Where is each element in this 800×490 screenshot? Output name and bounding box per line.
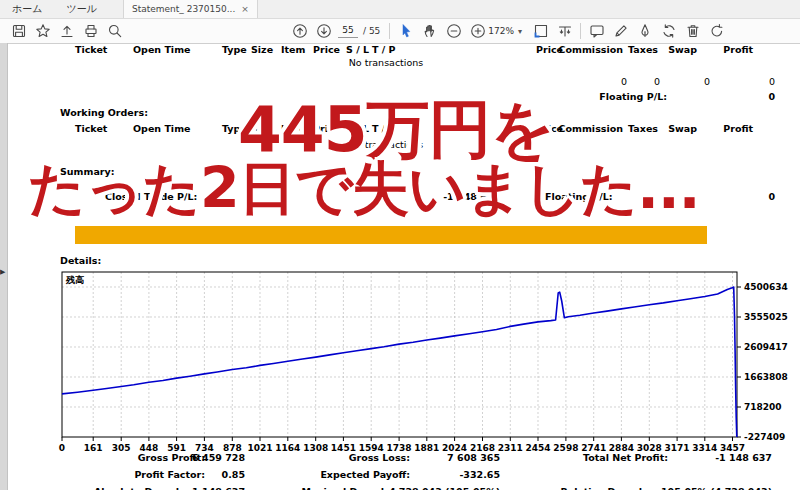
cycle-icon[interactable] (660, 23, 677, 40)
hand-icon[interactable] (421, 23, 438, 40)
highlight-bar (75, 226, 707, 244)
page-number-input[interactable]: 55 (338, 24, 358, 38)
nav-pane-strip (0, 43, 8, 490)
tab-bar: ホーム ツール Statement_ 2370150... × (0, 0, 800, 19)
column-header: Type (222, 44, 247, 55)
column-header: Open Time (133, 44, 190, 55)
page-up-icon[interactable] (291, 23, 308, 40)
trash-icon[interactable] (684, 23, 701, 40)
y-tick-label: 3555025 (744, 312, 788, 322)
overlay-headline-line1: 445万円を (238, 98, 554, 161)
column-header: Ticket (75, 123, 107, 134)
column-header: Ticket (75, 44, 107, 55)
y-tick-label: 718200 (744, 402, 782, 412)
zoom-out-icon[interactable] (445, 23, 462, 40)
balance-chart: 4500634355502526094171663808718200-22740… (55, 266, 800, 461)
zoom-level-label[interactable]: 172% (488, 26, 514, 36)
tab-document[interactable]: Statement_ 2370150... × (123, 0, 258, 18)
tab-tools[interactable]: ツール (54, 0, 108, 18)
summary-value: -1 148 637 (642, 452, 772, 463)
document-tab-title: Statement_ 2370150... (132, 0, 235, 18)
summary-value: 1 148 637 (115, 486, 245, 490)
overlay-headline-line2: たった2日で失いました... (28, 160, 699, 217)
column-header: Profit (663, 44, 753, 55)
comment-icon[interactable] (588, 23, 605, 40)
search-icon[interactable] (106, 23, 123, 40)
page-down-icon[interactable] (315, 23, 332, 40)
summary-value: 0.85 (115, 469, 245, 480)
zoom-in-icon[interactable] (469, 23, 486, 40)
chevron-down-icon[interactable]: ▾ (518, 27, 522, 36)
column-header: Profit (663, 123, 753, 134)
toolbar-divider (389, 23, 390, 39)
column-header: Price (313, 44, 340, 55)
upload-icon[interactable] (58, 23, 75, 40)
no-transactions-label: No transactions (330, 57, 442, 68)
summary-value: 4 728 043 (105.05%) (370, 486, 500, 490)
fit-page-icon[interactable] (532, 23, 549, 40)
main-toolbar: 55 / 55 172% ▾ (0, 19, 800, 44)
acrobat-window: ホーム ツール Statement_ 2370150... × 55 / 55 … (0, 0, 800, 490)
page-total-label: / 55 (363, 26, 380, 36)
rotate-icon[interactable] (708, 23, 725, 40)
tab-home[interactable]: ホーム (0, 0, 54, 18)
column-header: T / P (372, 44, 396, 55)
summary-value: -332.65 (370, 469, 500, 480)
total-value: 0 (650, 76, 710, 87)
column-header: S / L (346, 44, 369, 55)
signature-icon[interactable] (636, 23, 653, 40)
summary-value: 105.05% (4 728 043) (642, 486, 772, 490)
star-icon[interactable] (34, 23, 51, 40)
close-icon[interactable]: × (241, 0, 249, 18)
column-header: Open Time (133, 123, 190, 134)
summary-value: 7 608 365 (370, 452, 500, 463)
pencil-icon[interactable] (612, 23, 629, 40)
details-title: Details: (60, 255, 101, 266)
toolbar-divider (580, 23, 581, 39)
summary-value: 6 459 728 (115, 452, 245, 463)
reading-mode-icon[interactable] (556, 23, 573, 40)
print-icon[interactable] (82, 23, 99, 40)
total-value: 0 (715, 76, 775, 87)
y-tick-label: 2609417 (744, 342, 788, 352)
working-orders-title: Working Orders: (60, 107, 148, 118)
series-label: 残高 (65, 275, 84, 285)
select-icon[interactable] (397, 23, 414, 40)
y-tick-label: -227409 (744, 432, 785, 442)
y-tick-label: 1663808 (744, 372, 788, 382)
y-tick-label: 4500634 (744, 282, 788, 292)
column-header: Item (281, 44, 305, 55)
nav-pane-toggle-icon[interactable]: ▶ (0, 268, 5, 276)
save-icon[interactable] (10, 23, 27, 40)
column-header: Size (251, 44, 273, 55)
floating-pl-value: 0 (655, 91, 775, 102)
